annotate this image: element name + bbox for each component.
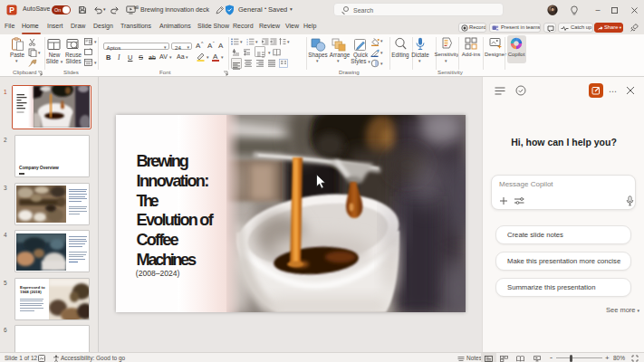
svg-text:The: The xyxy=(137,192,159,210)
svg-text:(2008–2024): (2008–2024) xyxy=(136,269,180,278)
svg-text:Coffee: Coffee xyxy=(137,231,179,249)
svg-text:Innovation:: Innovation: xyxy=(137,172,210,190)
svg-text:P: P xyxy=(9,5,14,14)
svg-text:Evolution of: Evolution of xyxy=(137,211,215,229)
svg-text:Machines: Machines xyxy=(137,251,197,269)
svg-text:Brewing: Brewing xyxy=(137,152,189,170)
